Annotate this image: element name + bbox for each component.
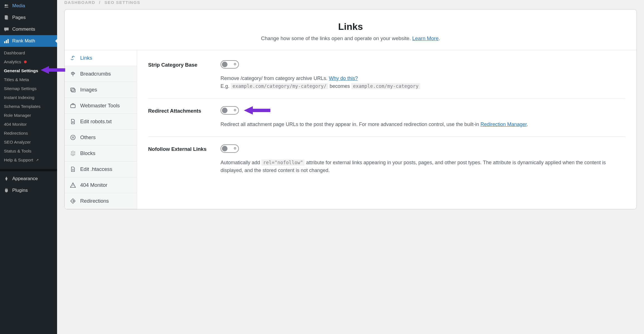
desc-text: Remove /category/ from category archive … <box>221 76 329 81</box>
sidebar-item-rank-math[interactable]: Rank Math <box>0 35 57 47</box>
breadcrumb: DASHBOARD / SEO SETTINGS <box>64 0 637 8</box>
tab-breadcrumbs[interactable]: Breadcrumbs <box>65 66 137 82</box>
submenu-404-monitor[interactable]: 404 Monitor <box>0 120 57 129</box>
desc-text: . <box>527 122 528 127</box>
submenu-label: Redirections <box>4 131 28 136</box>
submenu-dashboard[interactable]: Dashboard <box>0 49 57 57</box>
tab-others[interactable]: Others <box>65 130 137 146</box>
rank-math-icon <box>3 38 9 44</box>
pages-icon <box>3 14 9 21</box>
notif-dot-icon <box>24 60 27 63</box>
setting-nofollow-external: Nofollow External Links Automatically ad… <box>148 137 625 182</box>
tab-images[interactable]: Images <box>65 82 137 98</box>
sidebar-item-pages[interactable]: Pages <box>0 12 57 23</box>
code-sample: example.com/my-category <box>351 83 420 89</box>
submenu-label: Help & Support <box>4 158 33 163</box>
tab-label: Blocks <box>80 150 96 156</box>
submenu-label: General Settings <box>4 68 38 73</box>
sidebar-item-label: Comments <box>12 26 35 32</box>
toggle-strip-category[interactable] <box>221 60 239 69</box>
tab-edit-robots[interactable]: Edit robots.txt <box>65 114 137 130</box>
submenu-help-support[interactable]: Help & Support↗ <box>0 156 57 164</box>
sidebar-item-label: Media <box>12 3 25 9</box>
tab-label: Links <box>80 55 92 61</box>
submenu-sitemap-settings[interactable]: Sitemap Settings <box>0 84 57 93</box>
submenu-label: Analytics <box>4 59 21 64</box>
redirection-manager-link[interactable]: Redirection Manager <box>481 122 527 127</box>
tab-edit-htaccess[interactable]: Edit .htaccess <box>65 161 137 177</box>
submenu-seo-analyzer[interactable]: SEO Analyzer <box>0 138 57 147</box>
setting-redirect-attachments: Redirect Attachments Redirect all attach… <box>148 98 625 137</box>
page-title: Links <box>71 21 630 32</box>
rank-math-submenu: Dashboard Analytics General Settings Tit… <box>0 47 57 167</box>
menu-separator <box>0 169 57 171</box>
breadcrumb-part[interactable]: SEO SETTINGS <box>104 0 140 5</box>
tab-404-monitor[interactable]: 404 Monitor <box>65 177 137 193</box>
sidebar-item-label: Appearance <box>12 176 38 181</box>
sidebar-item-comments[interactable]: Comments <box>0 23 57 35</box>
redirect-icon <box>70 198 76 204</box>
appearance-icon <box>3 176 9 182</box>
desc-text: Automatically add <box>221 160 261 165</box>
sidebar-item-appearance[interactable]: Appearance <box>0 173 57 185</box>
sidebar-item-media[interactable]: Media <box>0 0 57 12</box>
sidebar-item-label: Rank Math <box>12 38 35 44</box>
setting-label: Redirect Attachments <box>148 106 212 129</box>
tab-label: Others <box>80 134 96 141</box>
images-icon <box>70 86 76 93</box>
svg-rect-5 <box>4 41 5 43</box>
toggle-knob-icon <box>222 62 227 67</box>
annotation-arrow-icon <box>244 105 270 116</box>
page-subtitle: Change how some of the links open and op… <box>71 35 630 42</box>
tab-webmaster-tools[interactable]: Webmaster Tools <box>65 98 137 114</box>
signpost-icon <box>70 71 76 77</box>
wp-admin-sidebar: Media Pages Comments Rank Math Dashboard… <box>0 0 57 334</box>
card-header: Links Change how some of the links open … <box>65 9 636 50</box>
toolbox-icon <box>70 102 76 109</box>
settings-card: Links Change how some of the links open … <box>64 9 637 209</box>
tab-links[interactable]: Links <box>65 50 137 66</box>
submenu-label: Status & Tools <box>4 149 31 154</box>
submenu-label: SEO Analyzer <box>4 140 31 145</box>
tab-label: Images <box>80 87 97 93</box>
why-link[interactable]: Why do this? <box>329 76 358 81</box>
settings-tabs: Links Breadcrumbs Images Webmaster Tools… <box>65 50 137 209</box>
svg-rect-7 <box>8 39 9 43</box>
desc-text: E.g. <box>221 83 231 89</box>
sidebar-item-label: Pages <box>12 15 26 20</box>
svg-rect-6 <box>6 40 7 43</box>
submenu-schema-templates[interactable]: Schema Templates <box>0 102 57 111</box>
submenu-instant-indexing[interactable]: Instant Indexing <box>0 93 57 102</box>
toggle-redirect-attachments[interactable] <box>221 106 239 115</box>
sidebar-item-plugins[interactable]: Plugins <box>0 185 57 196</box>
submenu-redirections[interactable]: Redirections <box>0 129 57 138</box>
setting-description: Remove /category/ from category archive … <box>221 75 625 90</box>
tab-label: 404 Monitor <box>80 182 107 188</box>
plugins-icon <box>3 187 9 193</box>
setting-label: Strip Category Base <box>148 60 212 90</box>
toggle-nofollow-external[interactable] <box>221 144 239 153</box>
svg-point-12 <box>71 135 75 140</box>
list-icon <box>70 134 76 141</box>
breadcrumb-part[interactable]: DASHBOARD <box>64 0 95 5</box>
desc-text: becomes <box>328 83 351 89</box>
submenu-general-settings[interactable]: General Settings <box>0 66 57 75</box>
tab-blocks[interactable]: Blocks <box>65 146 137 161</box>
setting-description: Automatically add rel="nofollow" attribu… <box>221 159 625 175</box>
svg-point-0 <box>5 4 7 6</box>
tab-label: Breadcrumbs <box>80 71 111 77</box>
tab-label: Edit .htaccess <box>80 166 112 172</box>
submenu-status-tools[interactable]: Status & Tools <box>0 147 57 156</box>
settings-panel: Strip Category Base Remove /category/ fr… <box>137 50 636 209</box>
toggle-hole-icon <box>234 147 236 149</box>
submenu-label: Dashboard <box>4 50 25 55</box>
submenu-role-manager[interactable]: Role Manager <box>0 111 57 120</box>
submenu-titles-meta[interactable]: Titles & Meta <box>0 75 57 84</box>
subtitle-period: . <box>439 35 440 41</box>
learn-more-link[interactable]: Learn More <box>412 35 439 41</box>
svg-point-1 <box>6 4 8 6</box>
toggle-knob-icon <box>222 146 227 151</box>
code-sample: example.com/category/my-category/ <box>231 83 328 89</box>
setting-label: Nofollow External Links <box>148 144 212 175</box>
tab-redirections[interactable]: Redirections <box>65 193 137 209</box>
